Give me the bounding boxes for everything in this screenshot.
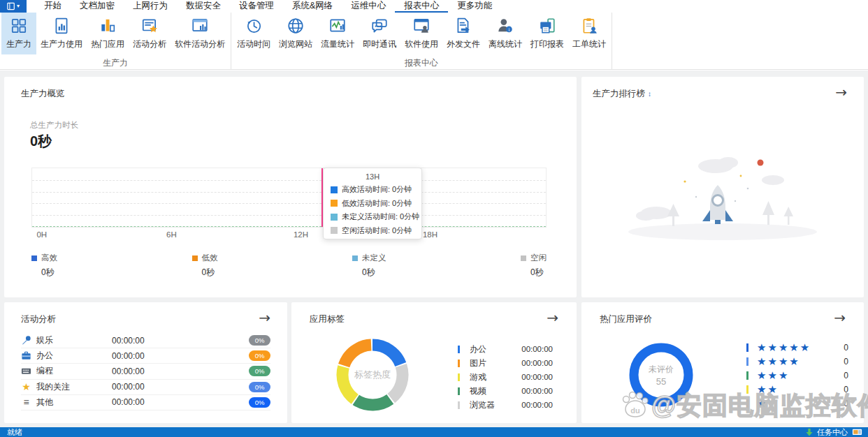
legend-tick: [458, 401, 460, 409]
ribbon-item-activity-analysis[interactable]: 活动分析: [129, 13, 171, 54]
ribbon-group-label: 报表中心: [233, 55, 610, 69]
rating-row-4-star: ★★★★ 0: [746, 355, 848, 369]
ribbon-group-productivity: 生产力 生产力使用 热门应用: [0, 13, 231, 69]
app-menu-button[interactable]: ▾: [0, 0, 27, 13]
ribbon-item-productivity[interactable]: 生产力: [1, 13, 36, 54]
total-productivity-value: 0秒: [30, 132, 52, 151]
tab-doc-encrypt[interactable]: 文档加密: [71, 0, 124, 13]
row-label: 娱乐: [36, 334, 53, 346]
legend-item-games: 游戏 00:00:00: [458, 370, 553, 384]
ribbon-item-label: 软件活动分析: [175, 38, 225, 50]
svg-text:i: i: [509, 27, 510, 33]
legend-value: 0秒: [31, 267, 57, 279]
ribbon-item-software-activity-analysis[interactable]: 软件活动分析: [171, 13, 229, 54]
panel-title: 活动分析: [21, 313, 56, 325]
ribbon-item-activity-time[interactable]: 活动时间: [233, 13, 275, 54]
x-tick: 0H: [36, 230, 47, 239]
rating-row-3-star: ★★★ 0: [746, 369, 848, 383]
tooltip-swatch-undefined: [331, 214, 338, 221]
row-label: 其他: [36, 397, 53, 408]
tab-ops-center[interactable]: 运维中心: [342, 0, 395, 13]
tab-report-center[interactable]: 报表中心: [395, 0, 448, 13]
legend-time: 00:00:00: [521, 387, 553, 395]
legend-item-inefficient[interactable]: 低效 0秒: [192, 253, 218, 279]
tags-legend: 办公 00:00:00 图片 00:00:00 游戏 00:00:00 视频 0…: [458, 342, 553, 412]
ribbon-item-traffic-stats[interactable]: 流量统计: [317, 13, 359, 54]
stars: ★★★★★: [757, 343, 811, 353]
printer-icon: [537, 15, 558, 36]
arrow-right-icon[interactable]: →: [834, 309, 846, 326]
caret-down-icon: ▾: [17, 3, 20, 9]
clipboard-user-icon: [579, 15, 600, 36]
legend-time: 00:00:00: [521, 401, 553, 409]
panel-app-tags: 应用标签 → 标签热度 办公 00:00:00 图片 00:00:00: [291, 302, 577, 423]
empty-state-rocket-illustration: [618, 147, 827, 244]
ribbon-item-label: 活动时间: [237, 38, 270, 50]
ribbon-item-label: 外发文件: [447, 38, 480, 50]
legend-item-idle[interactable]: 空闲 0秒: [521, 253, 547, 279]
legend-item-efficient[interactable]: 高效 0秒: [31, 253, 57, 279]
tooltip-hour: 13H: [331, 172, 414, 181]
table-row-entertainment: 娱乐 00:00:00 0%: [21, 333, 270, 348]
ribbon-item-label: 流量统计: [321, 38, 354, 50]
tab-start[interactable]: 开始: [35, 0, 71, 13]
legend-tick: [458, 346, 460, 353]
ribbon-item-label: 工单统计: [572, 38, 606, 50]
grid-icon: [8, 15, 29, 36]
legend-time: 00:00:00: [521, 359, 553, 367]
window-user-icon: [411, 15, 432, 36]
tab-device-mgmt[interactable]: 设备管理: [230, 0, 283, 13]
ribbon-item-work-order-stats[interactable]: 工单统计: [568, 13, 610, 54]
ribbon-item-label: 打印报表: [530, 38, 564, 50]
legend-label: 视频: [470, 385, 486, 397]
task-center-button[interactable]: 任务中心: [806, 427, 862, 437]
sort-icon[interactable]: ↕: [648, 90, 651, 98]
panel-title: 生产力排行榜↕: [593, 88, 651, 100]
ribbon-item-offline-stats[interactable]: i 离线统计: [484, 13, 526, 54]
rating-count: 0: [844, 343, 848, 353]
arrow-right-icon[interactable]: →: [835, 84, 847, 101]
ribbon-item-outgoing-files[interactable]: 外发文件: [442, 13, 484, 54]
tooltip-text: 空闲活动时间: 0分钟: [342, 225, 412, 236]
clock-history-icon: [243, 15, 264, 36]
unrated-label: 未评价: [649, 364, 674, 376]
row-time: 00:00:00: [112, 366, 249, 376]
tab-data-security[interactable]: 数据安全: [177, 0, 230, 13]
legend-item-undefined[interactable]: 未定义 0秒: [352, 253, 386, 279]
x-tick: 6H: [166, 230, 177, 239]
legend-swatch: [31, 255, 37, 261]
ribbon-toolbar: 生产力 生产力使用 热门应用: [0, 13, 868, 70]
legend-value: 0秒: [521, 267, 547, 279]
legend-tick: [746, 385, 748, 394]
tab-system-network[interactable]: 系统&网络: [283, 0, 342, 13]
tab-internet-behavior[interactable]: 上网行为: [124, 0, 177, 13]
ribbon-item-print-report[interactable]: 打印报表: [526, 13, 568, 54]
legend-tick: [746, 399, 748, 408]
download-arrow-icon: [806, 429, 813, 436]
percent-badge: 0%: [249, 397, 270, 408]
ribbon-item-software-usage[interactable]: 软件使用: [400, 13, 442, 54]
donut-center: 未评价 55: [629, 343, 693, 407]
rating-row-1-star: ★ 0: [746, 397, 848, 410]
row-label: 办公: [36, 350, 53, 362]
ribbon-item-hot-apps[interactable]: 热门应用: [87, 13, 129, 54]
monitor-icon[interactable]: [852, 429, 862, 436]
rating-count: 0: [844, 371, 848, 380]
tab-more[interactable]: 更多功能: [448, 0, 501, 13]
ribbon-item-instant-messaging[interactable]: 即时通讯: [359, 13, 400, 54]
ribbon-item-label: 软件使用: [405, 38, 438, 50]
chat-bubbles-icon: [369, 15, 390, 36]
gridline: [32, 203, 546, 204]
legend-label: 高效: [41, 253, 57, 263]
productivity-line-chart[interactable]: [31, 168, 547, 228]
arrow-right-icon[interactable]: →: [547, 309, 558, 326]
briefcase-icon: [21, 350, 31, 361]
tooltip-text: 高效活动时间: 0分钟: [342, 184, 412, 195]
unrated-count: 55: [656, 376, 666, 387]
ribbon-item-productivity-usage[interactable]: 生产力使用: [36, 13, 87, 54]
ratings-legend: ★★★★★ 0 ★★★★ 0 ★★★ 0 ★★ 0 ★ 0: [746, 341, 848, 410]
arrow-right-icon[interactable]: →: [259, 309, 270, 326]
chart-legend: 高效 0秒 低效 0秒 未定义 0秒 空闲 0秒: [31, 253, 547, 279]
ribbon-item-browse-websites[interactable]: 浏览网站: [275, 13, 317, 54]
percent-badge: 0%: [249, 382, 270, 392]
